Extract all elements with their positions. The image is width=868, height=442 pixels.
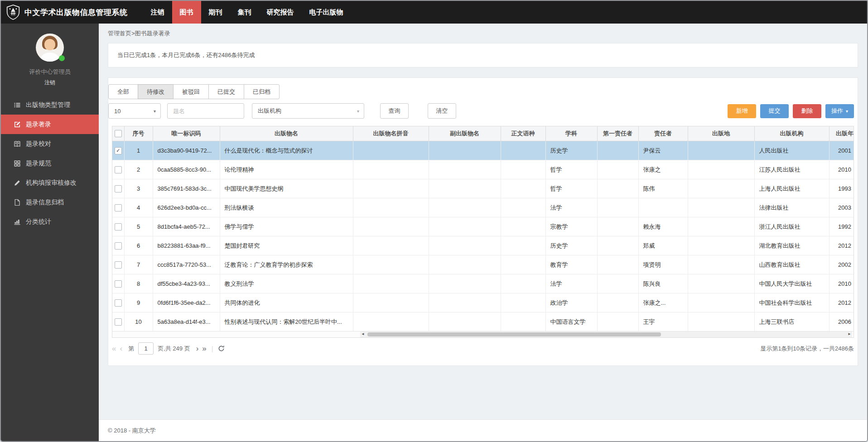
tab-4[interactable]: 已提交 bbox=[208, 84, 244, 99]
cell-出版物名拼音 bbox=[353, 217, 429, 236]
header-cell-2: 唯一标识码 bbox=[153, 126, 220, 141]
cell-出版机构: 山西教育出版社 bbox=[754, 255, 829, 274]
cell-副出版物名 bbox=[429, 293, 501, 312]
table-row[interactable]: 6b8223881-63aa-f9...楚国封君研究历史学郑威湖北教育出版社20… bbox=[112, 236, 854, 255]
pager-separator: | bbox=[212, 345, 213, 352]
cell-出版机构: 法律出版社 bbox=[754, 198, 829, 217]
cell-责任者: 尹保云 bbox=[638, 141, 688, 160]
cell-责任者 bbox=[638, 198, 688, 217]
cell-出版物名拼音 bbox=[353, 312, 429, 332]
operations-button[interactable]: 操作▾ bbox=[825, 104, 854, 118]
cell-第一责任者 bbox=[597, 274, 638, 293]
prev-page-button[interactable]: ‹ bbox=[120, 345, 122, 352]
cell-出版机构: 浙江人民出版社 bbox=[754, 217, 829, 236]
refresh-icon bbox=[218, 345, 225, 352]
publisher-select-value: 出版机构 bbox=[258, 107, 281, 115]
book-icon bbox=[14, 140, 22, 148]
tab-2[interactable]: 待修改 bbox=[138, 84, 174, 99]
cell-学科: 历史学 bbox=[545, 141, 597, 160]
cell-学科: 政治学 bbox=[545, 293, 597, 312]
clear-button[interactable]: 清空 bbox=[428, 103, 456, 119]
row-checkbox[interactable] bbox=[115, 242, 122, 250]
table-body: ✓1d3c3ba90-9419-72...什么是现代化：概念与范式的探讨历史学尹… bbox=[112, 141, 854, 332]
refresh-button[interactable] bbox=[218, 345, 225, 352]
sidebar-item-4[interactable]: 题录规范 bbox=[1, 154, 99, 173]
record-count-info: 显示第1条到10条记录，一共2486条 bbox=[760, 345, 854, 353]
page-size-select[interactable]: 10 ▾ bbox=[108, 103, 161, 119]
title-search-input[interactable] bbox=[167, 103, 244, 119]
header-cell-4: 出版物名拼音 bbox=[353, 126, 429, 141]
page-label-suffix: 页,共 249 页 bbox=[158, 345, 190, 353]
select-all-checkbox[interactable] bbox=[115, 130, 122, 137]
table-row[interactable]: 20caa5885-8cc3-90...论伦理精神哲学张康之江苏人民出版社201… bbox=[112, 160, 854, 179]
table-row[interactable]: 3385c7691-583d-3c...中国现代美学思想史纲哲学陈伟上海人民出版… bbox=[112, 179, 854, 198]
scrollbar-thumb[interactable] bbox=[367, 332, 661, 336]
cell-出版年: 2012 bbox=[829, 293, 854, 312]
table-row[interactable]: 8df55cbe3-4a23-93...教义刑法学法学陈兴良中国人民大学出版社2… bbox=[112, 274, 854, 293]
cell-出版物名: 泛教育论：广义教育学的初步探索 bbox=[220, 255, 353, 274]
tab-1[interactable]: 全部 bbox=[108, 84, 138, 99]
navbar-item-5[interactable]: 研究报告 bbox=[259, 1, 302, 24]
search-button[interactable]: 查询 bbox=[380, 103, 409, 119]
scroll-left-arrow-icon[interactable]: ◄ bbox=[361, 332, 365, 336]
navbar-item-6[interactable]: 电子出版物 bbox=[302, 1, 351, 24]
sidebar-item-1[interactable]: 出版物类型管理 bbox=[1, 95, 99, 115]
navbar-item-1[interactable]: 注销 bbox=[143, 1, 172, 24]
cell-第一责任者 bbox=[597, 217, 638, 236]
navbar-item-4[interactable]: 集刊 bbox=[230, 1, 259, 24]
select-all-header-cell bbox=[112, 126, 124, 141]
row-checkbox[interactable] bbox=[115, 223, 122, 231]
scroll-right-arrow-icon[interactable]: ► bbox=[848, 332, 851, 336]
cell-副出版物名 bbox=[429, 217, 501, 236]
caret-down-icon: ▾ bbox=[154, 109, 156, 114]
sidebar-item-3[interactable]: 题录校对 bbox=[1, 134, 99, 154]
row-checkbox[interactable] bbox=[115, 204, 122, 211]
row-checkbox[interactable] bbox=[115, 280, 122, 288]
navbar-item-2[interactable]: 图书 bbox=[172, 1, 201, 24]
table-row[interactable]: 4626d2ee3-bd0a-cc...刑法纵横谈法学法律出版社2003 bbox=[112, 198, 854, 217]
status-panel: 当日已完成1条，本月已完成6条，还有2486条待完成 bbox=[108, 43, 858, 67]
submit-button[interactable]: 提交 bbox=[760, 104, 789, 118]
navbar-item-3[interactable]: 期刊 bbox=[201, 1, 230, 24]
cell-出版年: 2002 bbox=[829, 255, 854, 274]
cell-序号: 3 bbox=[124, 179, 153, 198]
cell-第一责任者 bbox=[597, 236, 638, 255]
sidebar: 评价中心管理员 注销 出版物类型管理题录著录题录校对题录规范机构填报审核修改题录… bbox=[1, 24, 99, 441]
row-checkbox[interactable] bbox=[115, 299, 122, 307]
tab-3[interactable]: 被驳回 bbox=[173, 84, 209, 99]
tab-5[interactable]: 已归档 bbox=[244, 84, 280, 99]
delete-button[interactable]: 删除 bbox=[793, 104, 821, 118]
sidebar-item-6[interactable]: 题录信息归档 bbox=[1, 192, 99, 212]
cell-副出版物名 bbox=[429, 274, 501, 293]
row-checkbox[interactable] bbox=[115, 166, 122, 173]
table-row[interactable]: 90fd6f1f6-35ee-da2...共同体的进化政治学张康之...中国社会… bbox=[112, 293, 854, 312]
row-checkbox[interactable]: ✓ bbox=[115, 147, 122, 154]
cell-出版物名拼音 bbox=[353, 179, 429, 198]
pagination-row: « ‹ 第 页,共 249 页 › » | 显示第1条到10条记录，一共2486… bbox=[112, 342, 854, 355]
header-cell-11: 出版机构 bbox=[754, 126, 829, 141]
table-row[interactable]: 7ccc8517a-7720-53...泛教育论：广义教育学的初步探索教育学项贤… bbox=[112, 255, 854, 274]
action-button-label: 提交 bbox=[769, 107, 781, 115]
table-row[interactable]: 105a63a8ea-d14f-e3...性别表述与现代认同：索解20世纪后半叶… bbox=[112, 312, 854, 332]
page-number-input[interactable] bbox=[138, 342, 154, 355]
sidebar-item-5[interactable]: 机构填报审核修改 bbox=[1, 173, 99, 192]
publisher-select[interactable]: 出版机构 ▾ bbox=[252, 103, 364, 119]
add-button[interactable]: 新增 bbox=[728, 104, 756, 118]
row-checkbox[interactable] bbox=[115, 318, 122, 326]
row-checkbox[interactable] bbox=[115, 185, 122, 192]
sidebar-item-2[interactable]: 题录著录 bbox=[1, 115, 99, 134]
table-row[interactable]: ✓1d3c3ba90-9419-72...什么是现代化：概念与范式的探讨历史学尹… bbox=[112, 141, 854, 160]
table-row[interactable]: 58d1bcfa4-aeb5-72...佛学与儒学宗教学赖永海浙江人民出版社19… bbox=[112, 217, 854, 236]
page-size-value: 10 bbox=[114, 108, 121, 115]
first-page-button[interactable]: « bbox=[112, 345, 116, 352]
row-checkbox[interactable] bbox=[115, 261, 122, 269]
action-button-label: 新增 bbox=[736, 107, 748, 115]
sidebar-item-7[interactable]: 分类统计 bbox=[1, 212, 99, 231]
logout-link[interactable]: 注销 bbox=[1, 79, 99, 86]
cell-正文语种 bbox=[501, 274, 545, 293]
cell-出版地 bbox=[688, 312, 754, 332]
next-page-button[interactable]: › bbox=[196, 345, 199, 352]
scrollbar-track[interactable]: ◄ ► bbox=[360, 332, 852, 337]
last-page-button[interactable]: » bbox=[202, 345, 206, 352]
breadcrumb[interactable]: 管理首页>图书题录著录 bbox=[108, 29, 858, 38]
